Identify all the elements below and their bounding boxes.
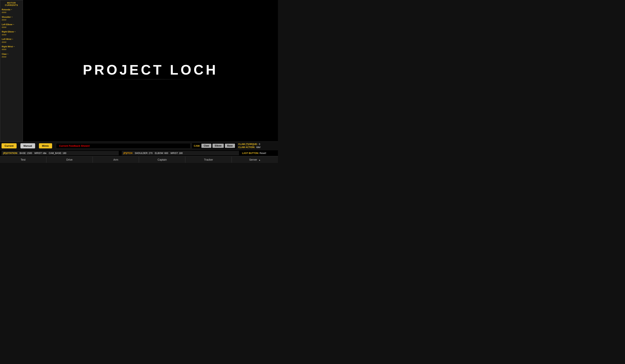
bottom-nav: Test Drive Arm Captain Tracker Server ▲ (0, 156, 278, 163)
wrist2-key: WRIST: (170, 152, 178, 155)
shoulder-key: SHOULDER: (135, 152, 148, 155)
nav-tracker[interactable]: Tracker (185, 157, 232, 163)
motor-left-wrist-value: #### (2, 41, 21, 44)
nav-server[interactable]: Server ▲ (232, 157, 278, 163)
nav-test[interactable]: Test (0, 157, 46, 163)
current-button[interactable]: Current (1, 143, 17, 148)
claw-action-label: CLAW ACTION: (238, 146, 255, 149)
rotation-values: BASE: 1500 WRIST: Idle CAM_BASE: 180 (20, 152, 66, 155)
sidebar: MOTORCURRENTS Rotunda ~ #### Shoulder ~ … (0, 0, 23, 141)
last-button-section: LAST BUTTON: Reset! (242, 152, 277, 155)
last-button-label: LAST BUTTON: (242, 152, 259, 155)
server-arrow-icon: ▲ (259, 159, 261, 161)
nav-server-label: Server (249, 158, 257, 161)
wrist-label: WRIST: Idle (34, 152, 46, 155)
cam-base-value: 180 (62, 152, 66, 155)
project-title: PROJECT LOCH (83, 62, 218, 78)
wrist2-value: 180 (179, 152, 183, 155)
mimic-button[interactable]: Mimic (39, 143, 52, 148)
status-bar: Current Manual Mimic Current Feedback Sh… (0, 141, 278, 150)
motor-claw: Claw ~ #### (2, 53, 21, 58)
main-area: MOTORCURRENTS Rotunda ~ #### Shoulder ~ … (0, 0, 278, 141)
rotation-label: (R)OTATION (3, 152, 17, 155)
claw-torque-value: 0 (259, 143, 260, 145)
cam-base-button[interactable]: Base (225, 144, 235, 148)
motor-claw-label: Claw ~ (2, 53, 21, 56)
cam-elbow-button[interactable]: Elbow (213, 144, 224, 148)
shoulder-item: SHOULDER: 270 (135, 152, 153, 155)
motor-left-elbow-label: Left Elbow ~ (2, 23, 21, 26)
motor-left-elbow-value: #### (2, 26, 21, 29)
project-logo: PROJECT LOCH (83, 62, 218, 79)
elbow-key: ELBOW: (155, 152, 164, 155)
nav-captain-label: Captain (157, 158, 167, 161)
cam-base-label: CAM_BASE: 180 (49, 152, 66, 155)
nav-arm[interactable]: Arm (93, 157, 139, 163)
motor-right-wrist-value: #### (2, 48, 21, 51)
motor-left-wrist-label: Left Wrist ~ (2, 38, 21, 41)
last-button-value: Reset! (260, 152, 266, 155)
motor-shoulder-value: #### (2, 19, 21, 21)
wrist2-item: WRIST: 180 (170, 152, 183, 155)
cam-claw-button[interactable]: Claw (201, 144, 211, 148)
claw-torque-line: CLAW (T)ORQUE: 0 (238, 143, 277, 145)
motor-rotunda-label: Rotunda ~ (2, 8, 21, 11)
feedback-message: Current Feedback Shown! (56, 143, 190, 149)
motor-shoulder-label: Shoulder ~ (2, 16, 21, 19)
claw-action-line: CLAW ACTION: Idle! (238, 146, 277, 149)
manual-button[interactable]: Manual (20, 143, 35, 148)
nav-arm-label: Arm (113, 158, 118, 161)
nav-captain[interactable]: Captain (139, 157, 185, 163)
elbow-item: ELBOW: 600 (155, 152, 168, 155)
base-key: BASE: (20, 152, 26, 155)
nav-drive-label: Drive (66, 158, 72, 161)
cam-base-key: CAM_BASE: (49, 152, 62, 155)
rotation-pitch-bar: (R)OTATION BASE: 1500 WRIST: Idle CAM_BA… (0, 150, 278, 156)
claw-action-value: Idle! (256, 146, 261, 149)
motor-claw-value: #### (2, 56, 21, 58)
wrist-value: Idle (43, 152, 46, 155)
elbow-value: 600 (164, 152, 168, 155)
motor-rotunda: Rotunda ~ #### (2, 8, 21, 14)
wrist-key: WRIST: (34, 152, 42, 155)
motor-shoulder: Shoulder ~ #### (2, 16, 21, 22)
base-label: BASE: 1500 (20, 152, 32, 155)
nav-drive[interactable]: Drive (46, 157, 93, 163)
pitch-values: SHOULDER: 270 ELBOW: 600 WRIST: 180 (135, 152, 183, 155)
motor-right-elbow: Right Elbow ~ #### (2, 30, 21, 36)
content-area: PROJECT LOCH (23, 0, 278, 141)
nav-test-label: Test (21, 158, 26, 161)
base-value: 1500 (27, 152, 32, 155)
cam-section: CAM: Claw Elbow Base (192, 143, 237, 149)
sidebar-title: MOTORCURRENTS (2, 2, 21, 6)
motor-rotunda-value: #### (2, 11, 21, 14)
claw-torque-label: CLAW (T)ORQUE: (238, 143, 258, 145)
motor-right-elbow-value: #### (2, 33, 21, 36)
pitch-section: (P)ITCH SHOULDER: 270 ELBOW: 600 WRIST: … (122, 151, 239, 155)
motor-right-wrist-label: Right Wrist ~ (2, 45, 21, 48)
shoulder-value: 270 (149, 152, 153, 155)
motor-right-wrist: Right Wrist ~ #### (2, 45, 21, 51)
motor-left-wrist: Left Wrist ~ #### (2, 38, 21, 44)
claw-section: CLAW (T)ORQUE: 0 CLAW ACTION: Idle! (238, 143, 277, 149)
rotation-section: (R)OTATION BASE: 1500 WRIST: Idle CAM_BA… (1, 151, 119, 155)
motor-right-elbow-label: Right Elbow ~ (2, 30, 21, 33)
motor-left-elbow: Left Elbow ~ #### (2, 23, 21, 29)
pitch-label: (P)ITCH (123, 152, 132, 155)
cam-label: CAM: (194, 144, 200, 147)
nav-tracker-label: Tracker (204, 158, 213, 161)
